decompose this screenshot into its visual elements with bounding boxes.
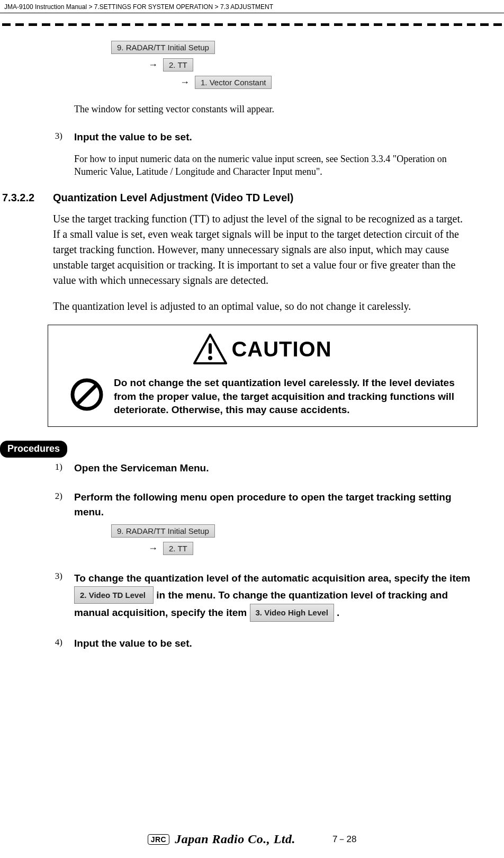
svg-line-4 (77, 385, 97, 405)
section-number: 7.3.2.2 (0, 192, 53, 204)
section-name: 7.3 ADJUSTMENT (220, 3, 273, 11)
step-number: 4) (53, 636, 74, 651)
step-number: 2) (53, 490, 74, 520)
menu-radar-tt-initial-setup-button[interactable]: 9. RADAR/TT Initial Setup (111, 41, 215, 54)
menu-video-td-level-button[interactable]: 2. Video TD Level (74, 586, 154, 604)
step-body: For how to input numeric data on the num… (74, 153, 472, 178)
step-title: Input the value to be set. (74, 636, 192, 651)
company-name: Japan Radio Co., Ltd. (175, 832, 295, 846)
svg-rect-1 (209, 343, 212, 354)
menu-video-high-level-button[interactable]: 3. Video High Level (250, 604, 334, 622)
procedures-label: Procedures (0, 441, 67, 458)
arrow-icon: → (180, 77, 190, 88)
menu-tt-button[interactable]: 2. TT (163, 58, 193, 72)
step-text-fragment: . (337, 607, 339, 618)
step-number: 1) (53, 461, 74, 476)
svg-point-2 (208, 356, 212, 360)
warning-triangle-icon (193, 334, 227, 364)
step-title: Perform the following menu open procedur… (74, 490, 472, 520)
divider-dashed (0, 17, 504, 31)
step-title: Open the Serviceman Menu. (74, 461, 209, 476)
step-title: To change the quantization level of the … (74, 570, 472, 622)
step-number: 3) (53, 570, 74, 622)
body-paragraph: The quantization level is adjusted to an… (53, 299, 472, 314)
menu-vector-constant-button[interactable]: 1. Vector Constant (195, 76, 272, 89)
arrow-icon: → (148, 59, 158, 70)
menu-path-1: 9. RADAR/TT Initial Setup → 2. TT → 1. V… (111, 41, 472, 89)
step-title: Input the value to be set. (74, 130, 192, 145)
step-text-fragment: To change the quantization level of the … (74, 573, 470, 584)
menu-tt-button[interactable]: 2. TT (163, 542, 193, 555)
arrow-icon: → (148, 543, 158, 554)
manual-name: JMA-9100 Instruction Manual (4, 3, 87, 11)
chapter-name: 7.SETTINGS FOR SYSTEM OPERATION (94, 3, 213, 11)
jrc-logo-box: JRC (148, 834, 170, 845)
prohibit-icon (70, 378, 103, 411)
caution-box: CAUTION Do not change the set quantizati… (48, 325, 478, 427)
page-footer: JRC Japan Radio Co., Ltd. 7－28 (0, 832, 504, 846)
after-chain-text: The window for setting vector constants … (74, 104, 472, 115)
breadcrumb-header: JMA-9100 Instruction Manual > 7.SETTINGS… (0, 0, 504, 13)
section-title: Quantization Level Adjustment (Video TD … (53, 192, 294, 204)
caution-word: CAUTION (231, 337, 331, 361)
page-number: 7－28 (332, 833, 356, 845)
body-paragraph: Use the target tracking function (TT) to… (53, 211, 472, 288)
menu-path-2: 9. RADAR/TT Initial Setup → 2. TT (111, 524, 472, 555)
menu-radar-tt-initial-setup-button[interactable]: 9. RADAR/TT Initial Setup (111, 524, 215, 538)
caution-text: Do not change the set quantization level… (114, 376, 467, 417)
step-number: 3) (53, 130, 74, 145)
